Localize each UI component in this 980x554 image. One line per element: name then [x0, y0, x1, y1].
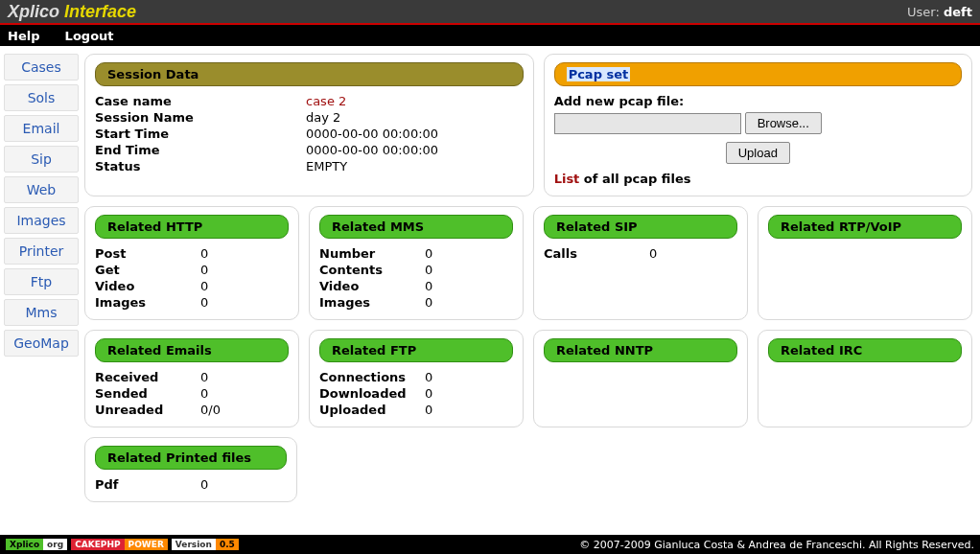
- stat-key: Pdf: [95, 477, 200, 492]
- stat-value: 0: [425, 295, 513, 310]
- session-value: 0000-00-00 00:00:00: [306, 143, 524, 157]
- menu-logout[interactable]: Logout: [65, 29, 114, 43]
- related-http-card: Related HTTP Post0Get0Video0Images0: [84, 206, 299, 320]
- user-prefix: User:: [907, 5, 940, 19]
- stat-value: 0: [425, 263, 513, 277]
- sidebar-item-geomap[interactable]: GeoMap: [4, 330, 79, 357]
- stat-key: Connections: [319, 370, 425, 384]
- stat-value: 0: [425, 279, 513, 293]
- stat-key: Downloaded: [319, 386, 425, 401]
- stat-key: Uploaded: [319, 403, 425, 417]
- related-sip-card: Related SIP Calls0: [533, 206, 748, 320]
- stat-value: 0: [200, 279, 289, 293]
- pcap-list-link[interactable]: List of all pcap files: [554, 172, 962, 186]
- session-value: case 2: [306, 94, 524, 108]
- stat-value: 0: [425, 246, 513, 261]
- pcap-card: Pcap set Add new pcap file: Browse... Up…: [544, 54, 972, 196]
- session-key: End Time: [95, 143, 306, 157]
- user-name: deft: [944, 5, 972, 19]
- related-irc-card: Related IRC: [758, 330, 972, 427]
- topbar: Xplico Interface User: deft: [0, 0, 980, 25]
- stat-key: Number: [319, 246, 425, 261]
- stat-key: Post: [95, 246, 200, 261]
- stat-key: Calls: [544, 246, 649, 261]
- stat-value: 0: [425, 403, 513, 417]
- content: Session Data Case namecase 2Session Name…: [79, 46, 980, 519]
- browse-button[interactable]: Browse...: [745, 112, 822, 134]
- stat-key: Images: [319, 295, 425, 310]
- sidebar-item-images[interactable]: Images: [4, 207, 79, 234]
- related-printed-title: Related Printed files: [95, 446, 287, 470]
- related-emails-card: Related Emails Received0Sended0Unreaded0…: [84, 330, 299, 427]
- logo: Xplico Interface: [8, 2, 136, 22]
- stat-key: Contents: [319, 263, 425, 277]
- stat-value: 0: [200, 477, 287, 492]
- session-data-card: Session Data Case namecase 2Session Name…: [84, 54, 534, 196]
- menubar: Help Logout: [0, 25, 980, 46]
- stat-value: 0: [425, 370, 513, 384]
- stat-key: Received: [95, 370, 200, 384]
- stat-key: Images: [95, 295, 200, 310]
- session-rows: Case namecase 2Session Nameday 2Start Ti…: [95, 94, 524, 173]
- sidebar-item-sols[interactable]: Sols: [4, 84, 79, 111]
- add-pcap-label: Add new pcap file:: [554, 94, 962, 108]
- stat-value: 0: [425, 386, 513, 401]
- related-mms-title: Related MMS: [319, 215, 513, 239]
- related-http-title: Related HTTP: [95, 215, 289, 239]
- sidebar-item-mms[interactable]: Mms: [4, 299, 79, 326]
- stat-value: 0: [200, 295, 289, 310]
- sidebar-item-ftp[interactable]: Ftp: [4, 268, 79, 295]
- stat-key: Video: [319, 279, 425, 293]
- stat-value: 0: [200, 246, 289, 261]
- sidebar-item-cases[interactable]: Cases: [4, 54, 79, 81]
- related-rtp-card: Related RTP/VoIP: [758, 206, 972, 320]
- stat-key: Video: [95, 279, 200, 293]
- related-ftp-title: Related FTP: [319, 338, 513, 362]
- pcap-file-path[interactable]: [554, 113, 741, 134]
- stat-key: Get: [95, 263, 200, 277]
- session-value: EMPTY: [306, 159, 524, 173]
- sidebar: CasesSolsEmailSipWebImagesPrinterFtpMmsG…: [0, 46, 79, 519]
- sidebar-item-sip[interactable]: Sip: [4, 146, 79, 173]
- stat-value: 0: [200, 370, 289, 384]
- related-nntp-card: Related NNTP: [533, 330, 748, 427]
- related-irc-title: Related IRC: [768, 338, 962, 362]
- session-key: Session Name: [95, 110, 306, 125]
- sidebar-item-web[interactable]: Web: [4, 176, 79, 203]
- menu-help[interactable]: Help: [8, 29, 39, 43]
- session-key: Case name: [95, 94, 306, 108]
- related-mms-card: Related MMS Number0Contents0Video0Images…: [309, 206, 524, 320]
- stat-value: 0/0: [200, 403, 289, 417]
- related-nntp-title: Related NNTP: [544, 338, 737, 362]
- related-printed-card: Related Printed files Pdf0: [84, 437, 297, 502]
- session-key: Status: [95, 159, 306, 173]
- related-emails-title: Related Emails: [95, 338, 289, 362]
- related-sip-title: Related SIP: [544, 215, 737, 239]
- related-ftp-card: Related FTP Connections0Downloaded0Uploa…: [309, 330, 524, 427]
- session-value: 0000-00-00 00:00:00: [306, 127, 524, 141]
- session-value: day 2: [306, 110, 524, 125]
- upload-button[interactable]: Upload: [726, 142, 790, 164]
- session-key: Start Time: [95, 127, 306, 141]
- stat-key: Unreaded: [95, 403, 200, 417]
- stat-value: 0: [200, 263, 289, 277]
- sidebar-item-printer[interactable]: Printer: [4, 238, 79, 265]
- user-info: User: deft: [907, 5, 972, 19]
- pcap-title: Pcap set: [554, 62, 962, 86]
- related-rtp-title: Related RTP/VoIP: [768, 215, 962, 239]
- sidebar-item-email[interactable]: Email: [4, 115, 79, 142]
- stat-key: Sended: [95, 386, 200, 401]
- session-data-title: Session Data: [95, 62, 524, 86]
- logo-text-a: Xplico: [8, 2, 59, 21]
- stat-value: 0: [200, 386, 289, 401]
- stat-value: 0: [649, 246, 737, 261]
- logo-text-b: Interface: [64, 2, 136, 21]
